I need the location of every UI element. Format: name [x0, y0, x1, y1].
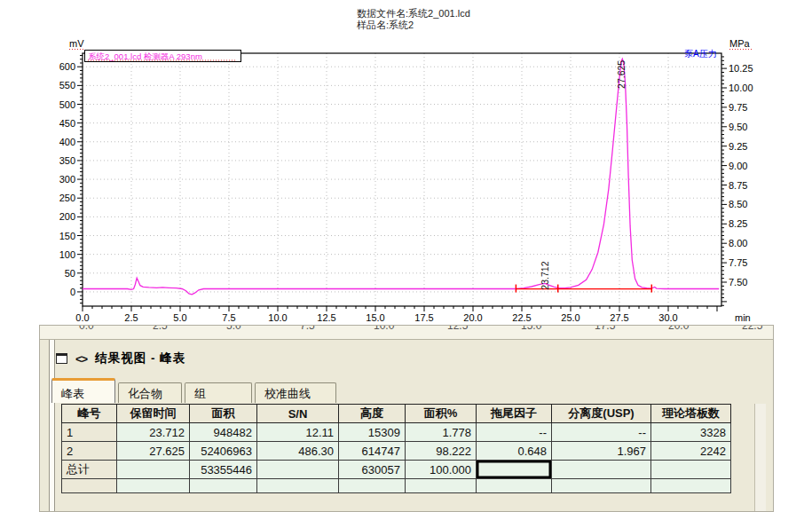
row-header-cell[interactable]: 1 [62, 423, 117, 442]
clipped-axis-number: 5.0 [226, 326, 241, 332]
table-cell[interactable] [651, 479, 731, 493]
table-cell[interactable]: 12.11 [257, 423, 339, 442]
table-cell[interactable]: 3328 [651, 423, 731, 442]
results-view-panel: 0.02.55.07.510.012.515.017.520.022.5 <> … [39, 325, 774, 512]
table-cell[interactable] [257, 461, 339, 479]
table-cell[interactable] [117, 461, 190, 479]
table-cell[interactable]: 98.222 [406, 442, 477, 461]
background-axis-strip: 0.02.55.07.510.012.515.017.520.022.5 [40, 326, 773, 340]
table-cell[interactable] [651, 461, 731, 479]
y-right-tick-label: 10.25 [729, 63, 753, 74]
table-cell[interactable] [339, 479, 406, 493]
column-header: 面积% [406, 405, 477, 423]
table-cell[interactable]: 27.625 [117, 442, 190, 461]
table-cell[interactable] [190, 479, 257, 493]
table-cell[interactable]: 948482 [190, 423, 257, 442]
x-tick-label: 10.0 [268, 312, 287, 323]
table-cell[interactable] [257, 479, 339, 493]
x-tick-label: 15.0 [366, 312, 384, 323]
table-scrollbar[interactable] [754, 404, 766, 511]
clipped-axis-number: 20.0 [668, 326, 689, 332]
y-right-tick-label: 7.75 [729, 257, 747, 268]
x-tick-label: 12.5 [317, 312, 335, 323]
table-cell[interactable]: -- [477, 423, 552, 442]
table-cell[interactable] [406, 479, 477, 493]
y-left-tick-label: 50 [65, 268, 75, 279]
y-right-tick-label: 9.50 [729, 122, 747, 132]
chromatogram-trace [83, 59, 719, 295]
x-tick-label: 20.0 [463, 312, 482, 323]
y-right-axis-unit: MPa [729, 38, 751, 49]
clipped-axis-number: 10.0 [374, 326, 394, 332]
column-header: 分离度(USP) [552, 405, 651, 423]
table-cell[interactable]: 23.712 [117, 423, 190, 442]
clipped-axis-number: 0.0 [79, 326, 94, 332]
table-cell[interactable]: 53355446 [190, 461, 257, 479]
table-cell[interactable] [117, 479, 190, 493]
table-cell[interactable] [62, 479, 117, 493]
clipped-axis-number: 17.5 [595, 326, 615, 332]
y-right-tick-label: 8.75 [729, 180, 747, 191]
table-cell[interactable] [552, 461, 651, 479]
table-cell[interactable]: 1.967 [552, 442, 651, 461]
y-right-tick-label: 8.25 [729, 218, 747, 229]
x-tick-label: 22.5 [512, 312, 531, 323]
x-tick-label: 25.0 [561, 312, 579, 323]
table-cell[interactable] [477, 479, 552, 493]
window-icon[interactable] [56, 353, 67, 364]
y-left-tick-label: 550 [59, 80, 75, 91]
table-cell[interactable]: 614747 [339, 442, 406, 461]
tab-peak-table[interactable]: 峰表 [51, 378, 115, 403]
table-cell[interactable]: 52406963 [190, 442, 257, 461]
pump-pressure-label: 泵A压力 [684, 49, 717, 59]
column-header: 理论塔板数 [651, 405, 731, 423]
table-cell[interactable]: 1.778 [406, 423, 477, 442]
column-header: 面积 [190, 405, 257, 423]
x-tick-label: 0.0 [75, 312, 89, 323]
column-header: 峰号 [62, 405, 117, 423]
row-header-cell[interactable]: 总计 [62, 461, 117, 479]
table-row: 123.71294848212.11153091.778----3328 [62, 423, 731, 442]
results-tabs: 峰表化合物组校准曲线 [51, 377, 336, 403]
x-tick-label: 2.5 [124, 312, 138, 323]
panel-splitter[interactable] [49, 340, 55, 511]
y-right-tick-label: 7.50 [729, 277, 747, 288]
table-cell[interactable] [552, 479, 651, 493]
results-view-titlebar: <> 结果视图 - 峰表 [56, 349, 185, 368]
y-right-tick-label: 8.00 [729, 238, 747, 248]
y-left-tick-label: 200 [59, 211, 75, 222]
table-cell[interactable]: 15309 [339, 423, 406, 442]
clipped-axis-number: 7.5 [300, 326, 315, 332]
angle-brackets-icon[interactable]: <> [75, 352, 87, 366]
tab-group[interactable]: 组 [185, 382, 252, 403]
y-left-tick-label: 0 [70, 287, 75, 297]
clipped-axis-number: 15.0 [521, 326, 541, 332]
table-cell[interactable]: 2242 [651, 442, 731, 461]
y-right-tick-label: 8.50 [729, 199, 747, 209]
tab-compound[interactable]: 化合物 [118, 382, 182, 403]
tab-calibration-curve[interactable]: 校准曲线 [255, 382, 336, 403]
row-header-cell[interactable]: 2 [62, 442, 117, 461]
x-tick-label: 17.5 [414, 312, 433, 323]
table-cell[interactable]: 630057 [339, 461, 406, 479]
y-left-tick-label: 250 [59, 193, 75, 203]
table-cell[interactable]: -- [552, 423, 651, 442]
x-tick-label: 30.0 [658, 312, 677, 323]
table-cell[interactable]: 0.648 [477, 442, 552, 461]
table-row: 总计53355446630057100.000 [62, 461, 731, 479]
table-row: 227.62552406963486.3061474798.2220.6481.… [62, 442, 731, 461]
table-cell[interactable]: 100.000 [406, 461, 477, 479]
y-left-tick-label: 600 [59, 61, 75, 72]
x-axis-unit: min [735, 312, 751, 323]
column-header: 保留时间 [117, 405, 190, 423]
detector-label: 系统2_001.lcd 检测器A 293nm [88, 51, 202, 61]
y-right-tick-label: 9.75 [729, 102, 747, 113]
table-cell[interactable]: 486.30 [257, 442, 339, 461]
y-left-tick-label: 150 [59, 231, 75, 241]
table-cell[interactable] [477, 461, 552, 479]
x-tick-label: 27.5 [610, 312, 628, 323]
column-header: S/N [257, 405, 339, 423]
y-left-tick-label: 500 [59, 99, 75, 110]
y-left-tick-label: 400 [59, 137, 75, 147]
y-right-tick-label: 10.00 [729, 83, 753, 93]
